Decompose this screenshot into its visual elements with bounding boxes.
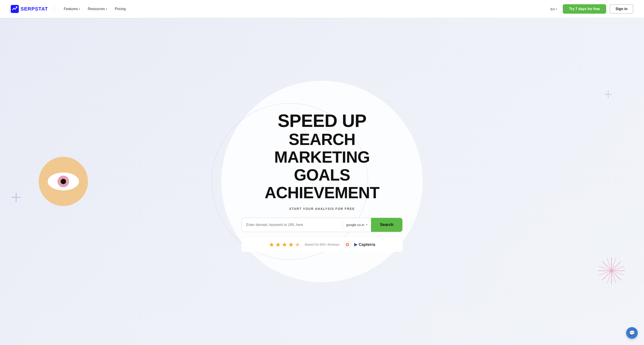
- star-2: ★: [275, 241, 281, 248]
- starburst-decoration: [597, 256, 626, 286]
- cross-decoration-left: [11, 192, 22, 204]
- nav-resources[interactable]: Resources ▾: [84, 5, 110, 13]
- g2-logo: G: [344, 241, 351, 248]
- star-3: ★: [282, 241, 287, 248]
- search-engine-chevron-icon: ▾: [366, 223, 368, 226]
- navbar-right: En ▾ Try 7 days for free Sign in: [548, 4, 633, 14]
- cross-decoration-right: [604, 90, 613, 100]
- eye-pupil: [61, 179, 66, 184]
- hero-content: SPEED UP SEARCH MARKETING GOALS ACHIEVEM…: [237, 111, 407, 252]
- star-rating: ★ ★ ★ ★ ★: [269, 241, 300, 248]
- eye-white: [48, 172, 79, 190]
- nav-pricing[interactable]: Pricing: [112, 5, 129, 13]
- eye-circle: [39, 157, 88, 206]
- logo[interactable]: SERPSTAT: [11, 5, 48, 13]
- signin-button[interactable]: Sign in: [610, 4, 633, 14]
- star-4: ★: [288, 241, 294, 248]
- resources-chevron-icon: ▾: [106, 8, 107, 10]
- eye-illustration: [39, 157, 88, 206]
- reviews-text: Based On 600+ Reviews: [305, 243, 339, 246]
- logo-text: SERPSTAT: [20, 6, 48, 12]
- hero-subtitle: START YOUR ANALYSIS FOR FREE: [242, 207, 402, 210]
- navbar: SERPSTAT Features ▾ Resources ▾ Pricing …: [0, 0, 644, 18]
- nav-features[interactable]: Features ▾: [61, 5, 83, 13]
- try-free-button[interactable]: Try 7 days for free: [563, 4, 606, 14]
- eye-iris: [58, 176, 69, 187]
- review-logos: G ▶ Capterra: [344, 241, 375, 248]
- capterra-arrow-icon: ▶: [354, 242, 357, 247]
- features-chevron-icon: ▾: [79, 8, 80, 10]
- search-engine-selector[interactable]: google.co.in ▾: [342, 218, 371, 232]
- chat-bubble[interactable]: 💬: [626, 327, 638, 339]
- hero-section: SPEED UP SEARCH MARKETING GOALS ACHIEVEM…: [0, 18, 644, 345]
- hero-title: SPEED UP SEARCH MARKETING GOALS ACHIEVEM…: [242, 111, 402, 202]
- star-5-half: ★: [295, 241, 300, 248]
- language-selector[interactable]: En ▾: [548, 6, 559, 12]
- serpstat-logo-icon: [11, 5, 19, 13]
- lang-chevron-icon: ▾: [556, 8, 557, 10]
- nav-menu: Features ▾ Resources ▾ Pricing: [61, 5, 548, 13]
- chat-icon: 💬: [629, 330, 635, 336]
- star-1: ★: [269, 241, 274, 248]
- capterra-logo: ▶ Capterra: [354, 242, 375, 247]
- search-input[interactable]: [242, 218, 342, 232]
- reviews-bar: ★ ★ ★ ★ ★ Based On 600+ Reviews G ▶ Capt…: [242, 238, 402, 252]
- search-bar: google.co.in ▾ Search: [242, 218, 402, 232]
- search-button[interactable]: Search: [371, 218, 402, 232]
- nav-divider: [54, 5, 54, 13]
